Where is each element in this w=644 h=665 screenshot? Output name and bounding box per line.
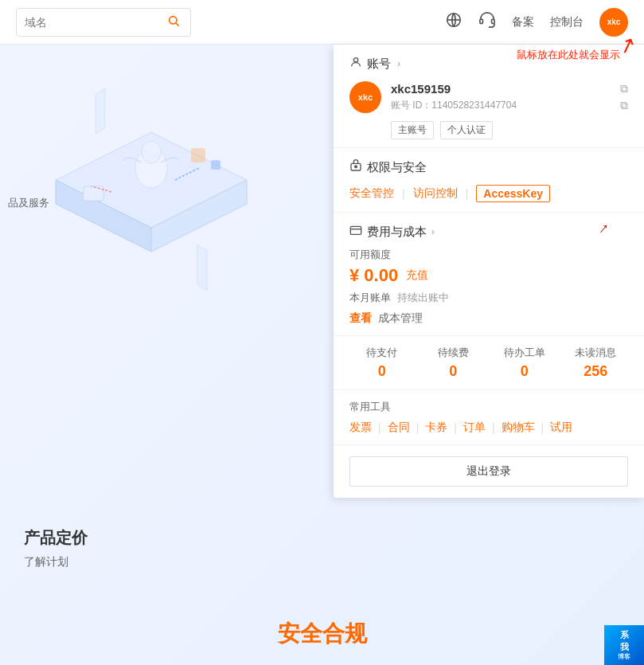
task-pending-pay[interactable]: 待支付 0 — [349, 346, 415, 380]
search-button[interactable] — [164, 14, 183, 30]
permission-icon — [349, 159, 362, 175]
recharge-link[interactable]: 充值 — [406, 268, 428, 283]
svg-rect-4 — [492, 19, 495, 24]
tools-links: 发票 | 合同 | 卡券 | 订单 | 购物车 | 试用 — [349, 421, 628, 435]
user-info: xkc xkc159159 账号 ID：1140528231447704 ⧉ ⧉ — [349, 81, 628, 113]
avatar-text: xkc — [607, 18, 621, 26]
header: 备案 控制台 xkc — [0, 0, 644, 45]
available-label: 可用额度 — [349, 248, 628, 262]
account-chevron-icon: › — [397, 58, 400, 69]
svg-point-19 — [355, 166, 357, 168]
balance-row: ¥ 0.00 充值 — [349, 265, 628, 286]
copy-icons: ⧉ ⧉ — [620, 82, 628, 112]
perm-divider-1: | — [402, 187, 405, 200]
search-input[interactable] — [25, 16, 164, 29]
permission-links: 安全管控 | 访问控制 | AccessKey — [349, 185, 628, 202]
tool-cart[interactable]: 购物车 — [502, 421, 535, 435]
tool-divider-4: | — [492, 421, 495, 434]
finance-header: 费用与成本 › — [349, 224, 628, 240]
left-sidebar-item1[interactable]: 品及服务 — [8, 196, 49, 210]
svg-rect-3 — [480, 19, 483, 24]
finance-section: ↑ 费用与成本 › 可用额度 ¥ 0.00 充值 本月账单 持续出账中 — [334, 213, 644, 336]
tool-coupon[interactable]: 卡券 — [425, 421, 447, 435]
user-avatar: xkc — [349, 81, 381, 113]
left-sidebar: 品及服务 — [0, 188, 57, 225]
permission-title: 权限与安全 — [367, 160, 427, 175]
svg-rect-12 — [84, 186, 103, 201]
csdn-sub: 博客 — [618, 652, 630, 661]
task-pending-ticket[interactable]: 待办工单 0 — [492, 346, 557, 380]
user-tags: 主账号 个人认证 — [391, 121, 628, 139]
logout-button[interactable]: 退出登录 — [349, 456, 628, 487]
tool-contract[interactable]: 合同 — [388, 421, 410, 435]
svg-point-11 — [142, 141, 161, 163]
csdn-line2: 我 — [620, 641, 629, 652]
product-section: 产品定价 了解计划 — [24, 527, 88, 569]
nav-console[interactable]: 控制台 — [550, 15, 584, 29]
user-details: xkc159159 账号 ID：1140528231447704 — [391, 82, 611, 112]
nav-beian[interactable]: 备案 — [512, 15, 534, 29]
perm-security-link[interactable]: 安全管控 — [349, 186, 394, 201]
svg-rect-20 — [350, 226, 361, 234]
avatar-initials: xkc — [358, 92, 373, 102]
perm-divider-2: | — [466, 187, 469, 200]
tool-order[interactable]: 订单 — [463, 421, 486, 435]
task-pending-ticket-count: 0 — [492, 363, 557, 380]
finance-icon — [349, 224, 362, 240]
account-icon — [349, 56, 362, 72]
account-label: 账号 — [367, 57, 391, 72]
copy-username-icon[interactable]: ⧉ — [620, 82, 628, 96]
tool-divider-1: | — [378, 421, 381, 434]
tag-main-account[interactable]: 主账号 — [391, 121, 434, 139]
tasks-grid: 待支付 0 待续费 0 待办工单 0 未读消息 256 — [349, 346, 628, 380]
view-link[interactable]: 查看 — [349, 311, 372, 326]
avatar-button[interactable]: xkc — [599, 8, 628, 37]
product-sub[interactable]: 了解计划 — [24, 555, 88, 569]
svg-rect-13 — [191, 148, 205, 162]
logout-section: 退出登录 — [334, 445, 644, 498]
svg-rect-8 — [96, 88, 105, 134]
tool-divider-3: | — [454, 421, 457, 434]
illustration — [16, 61, 287, 299]
bill-label: 本月账单 — [349, 291, 391, 305]
globe-icon[interactable] — [445, 11, 463, 33]
task-pending-renew[interactable]: 待续费 0 — [421, 346, 486, 380]
permission-section: 权限与安全 安全管控 | 访问控制 | AccessKey — [334, 148, 644, 213]
svg-point-17 — [353, 58, 357, 62]
search-box — [16, 8, 191, 37]
tool-invoice[interactable]: 发票 — [349, 421, 372, 435]
view-links: 查看 成本管理 — [349, 311, 628, 326]
task-pending-renew-count: 0 — [421, 363, 486, 380]
product-title: 产品定价 — [24, 527, 88, 549]
perm-access-link[interactable]: 访问控制 — [413, 186, 458, 201]
task-pending-pay-count: 0 — [349, 363, 415, 380]
task-unread-msg-label: 未读消息 — [564, 346, 629, 360]
task-unread-msg[interactable]: 未读消息 256 — [564, 346, 629, 380]
security-title: 安全合规 — [278, 619, 367, 649]
perm-accesskey-link[interactable]: AccessKey — [476, 185, 550, 202]
bill-row: 本月账单 持续出账中 — [349, 291, 628, 305]
copy-id-icon[interactable]: ⧉ — [620, 99, 628, 112]
cost-management-link[interactable]: 成本管理 — [378, 311, 423, 326]
main-area: 产品定价 了解计划 品及服务 安全合规 账号 › — [0, 45, 644, 665]
csdn-badge[interactable]: 系 我 博客 — [604, 625, 644, 665]
account-header: 账号 › — [349, 56, 628, 72]
balance-amount: ¥ 0.00 — [349, 265, 398, 286]
tag-personal-cert[interactable]: 个人认证 — [440, 121, 493, 139]
svg-rect-14 — [211, 160, 221, 170]
username: xkc159159 — [391, 82, 611, 96]
tool-divider-5: | — [541, 421, 544, 434]
headset-icon[interactable] — [478, 11, 496, 33]
task-pending-renew-label: 待续费 — [421, 346, 486, 360]
svg-point-0 — [170, 16, 177, 23]
tools-label: 常用工具 — [349, 400, 628, 414]
tool-divider-2: | — [416, 421, 420, 434]
csdn-line1: 系 — [620, 629, 629, 640]
task-pending-pay-label: 待支付 — [349, 346, 415, 360]
tools-section: 常用工具 发票 | 合同 | 卡券 | 订单 | 购物车 | 试用 — [334, 390, 644, 445]
tasks-section: 待支付 0 待续费 0 待办工单 0 未读消息 256 — [334, 336, 644, 390]
permission-header: 权限与安全 — [349, 159, 628, 175]
finance-chevron-icon: › — [431, 226, 435, 237]
svg-line-1 — [176, 23, 179, 26]
tool-trial[interactable]: 试用 — [550, 421, 572, 435]
